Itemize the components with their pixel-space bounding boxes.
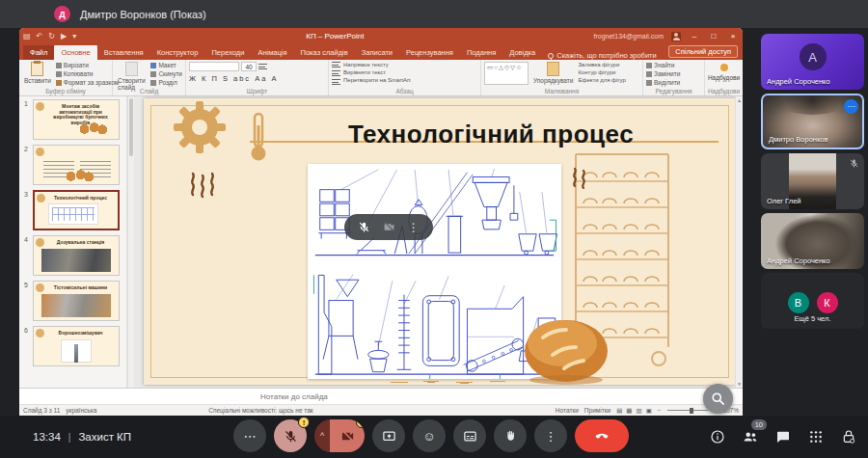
notes-pane[interactable]: Нотатки до слайда xyxy=(19,388,743,404)
ppt-ribbon: Вставити Вирізати Копіювати Формат за зр… xyxy=(19,60,743,96)
more-options-button[interactable]: ⋮ xyxy=(534,419,567,452)
slide-title[interactable]: Технологічний процес xyxy=(269,120,713,149)
zoom-out-icon[interactable]: − xyxy=(658,407,662,414)
more-controls-button[interactable]: ⋯ xyxy=(233,419,266,452)
tell-me-box[interactable]: Скажіть, що потрібно зробити xyxy=(548,51,657,60)
host-controls-button[interactable] xyxy=(839,427,858,446)
participants-overflow-tile[interactable]: В К Ещё 5 чел. xyxy=(761,273,864,329)
reading-view-icon[interactable]: ▥ xyxy=(636,407,641,415)
camera-off-icon[interactable] xyxy=(383,221,395,233)
shape-fill-button[interactable]: Заливка фігури xyxy=(578,62,625,67)
leave-call-button[interactable] xyxy=(575,419,629,452)
slide-thumbnail-5[interactable]: Тістомісильні машини xyxy=(33,281,120,321)
camera-button-group[interactable]: ! ^ xyxy=(314,419,365,452)
layout-button[interactable]: Макет xyxy=(150,62,182,68)
sorter-view-icon[interactable]: ▦ xyxy=(626,407,632,415)
mic-button-muted[interactable]: ! xyxy=(274,419,307,452)
new-slide-button[interactable]: Створити слайд xyxy=(116,62,148,91)
notes-toggle[interactable]: Нотатки xyxy=(556,407,579,414)
canvas-scrollbar[interactable]: ▲ ▼ xyxy=(735,96,743,388)
arrange-button[interactable]: Упорядкувати xyxy=(531,62,575,84)
save-icon[interactable]: ▤ xyxy=(23,32,31,40)
tab-design[interactable]: Конструктор xyxy=(150,45,205,60)
language-selector[interactable]: українська xyxy=(66,407,96,414)
camera-options-chevron[interactable]: ^ xyxy=(314,419,330,452)
tab-file[interactable]: Файл xyxy=(23,45,54,60)
shapes-gallery[interactable]: ▭○△◇▽☆ xyxy=(484,62,529,85)
redo-icon[interactable]: ↻ xyxy=(48,32,55,40)
tab-animations[interactable]: Анімація xyxy=(251,45,293,60)
close-button[interactable]: × xyxy=(727,32,739,40)
text-direction-button[interactable]: Напрямок тексту xyxy=(343,62,411,67)
participant-tile-active[interactable]: ⋯ Дмитро Воронков xyxy=(761,94,864,149)
slideshow-view-icon[interactable]: ▣ xyxy=(646,407,652,415)
mic-off-icon[interactable] xyxy=(358,221,370,233)
copy-button[interactable]: Копіювати xyxy=(56,70,119,77)
activities-button[interactable] xyxy=(806,427,826,446)
undo-icon[interactable]: ↶ xyxy=(37,32,43,40)
meeting-info-button[interactable] xyxy=(708,427,727,446)
tab-insert[interactable]: Вставлення xyxy=(97,45,150,60)
cut-button[interactable]: Вирізати xyxy=(56,62,119,68)
present-button[interactable] xyxy=(372,419,405,452)
smartart-button[interactable]: Перетворити на SmartArt xyxy=(343,77,411,83)
slideshow-icon[interactable]: ▶ xyxy=(61,32,67,40)
section-button[interactable]: Розділ xyxy=(150,79,182,86)
tab-transitions[interactable]: Переходи xyxy=(204,45,251,60)
participant-tile[interactable]: Андрей Сороченко xyxy=(761,213,864,269)
tab-slideshow[interactable]: Показ слайдів xyxy=(294,45,355,60)
tab-record[interactable]: Записати xyxy=(355,45,399,60)
replace-button[interactable]: Замінити xyxy=(646,70,680,77)
accessibility-status[interactable]: Спеціальні можливості: щось не так xyxy=(208,407,312,414)
participant-tile[interactable]: А Андрей Сороченко xyxy=(761,34,864,90)
tab-help[interactable]: Довідка xyxy=(502,45,542,60)
normal-view-icon[interactable]: ▤ xyxy=(616,407,622,415)
ribbon-group-clipboard: Вставити Вирізати Копіювати Формат за зр… xyxy=(19,60,113,95)
current-slide[interactable]: Технологічний процес xyxy=(144,98,736,385)
reset-button[interactable]: Скинути xyxy=(150,70,182,77)
grow-font-icon[interactable] xyxy=(258,64,267,69)
maximize-button[interactable]: □ xyxy=(708,32,719,40)
addins-icon[interactable] xyxy=(720,64,728,71)
captions-button[interactable] xyxy=(453,419,486,452)
account-email: frognet134@gmail.com xyxy=(594,33,664,40)
tab-view[interactable]: Подання xyxy=(460,45,502,60)
select-button[interactable]: Виділити xyxy=(646,79,680,86)
bullets-icon[interactable] xyxy=(332,62,340,67)
slide-thumbnail-2[interactable] xyxy=(33,145,120,185)
format-painter-button[interactable]: Формат за зразком xyxy=(56,79,119,86)
tab-review[interactable]: Рецензування xyxy=(399,45,460,60)
font-name-box[interactable] xyxy=(189,62,239,71)
participants-button[interactable]: 10 xyxy=(741,427,760,446)
slide-thumbnail-1[interactable]: Монтаж засобів автоматизації при виробни… xyxy=(33,99,120,140)
thumbnail-scrollbar[interactable] xyxy=(127,96,134,388)
font-style-buttons[interactable]: Ж К П S abc Аа А xyxy=(189,74,279,83)
share-button[interactable]: Спільний доступ xyxy=(668,45,738,58)
bulb-icon xyxy=(548,53,554,59)
slide-thumbnail-6[interactable]: Борошнозмішувач xyxy=(33,326,120,366)
comments-toggle[interactable]: Примітки xyxy=(584,407,610,414)
raise-hand-button[interactable] xyxy=(494,419,527,452)
shape-outline-button[interactable]: Контур фігури xyxy=(578,69,625,75)
find-button[interactable]: Знайти xyxy=(646,62,680,68)
zoom-slider[interactable] xyxy=(667,410,708,411)
participant-tile[interactable]: Олег Глей xyxy=(761,153,864,209)
slide-thumbnail-3-selected[interactable]: Технологічний процес xyxy=(33,190,120,230)
paste-button[interactable]: Вставити xyxy=(22,62,53,84)
align-text-button[interactable]: Вирівняти текст xyxy=(343,69,411,75)
chat-button[interactable] xyxy=(773,427,793,446)
font-size-box[interactable]: 40 xyxy=(241,62,257,71)
magnifier-button[interactable] xyxy=(703,384,733,414)
floating-media-controls[interactable]: ⋮ xyxy=(344,214,433,240)
numbering-icon[interactable] xyxy=(332,79,340,85)
align-icon[interactable] xyxy=(332,70,340,76)
bread-row-decoration xyxy=(385,373,529,385)
reactions-button[interactable]: ☺ xyxy=(413,419,446,452)
tile-more-icon[interactable]: ⋯ xyxy=(844,99,858,114)
slide-thumbnail-4[interactable]: Дозувальна станція xyxy=(33,235,120,276)
account-avatar[interactable] xyxy=(671,32,681,41)
shape-effects-button[interactable]: Ефекти для фігур xyxy=(578,77,625,83)
minimize-button[interactable]: – xyxy=(689,32,700,40)
more-options-icon[interactable]: ⋮ xyxy=(408,223,420,232)
tab-home[interactable]: Основне xyxy=(54,45,96,60)
